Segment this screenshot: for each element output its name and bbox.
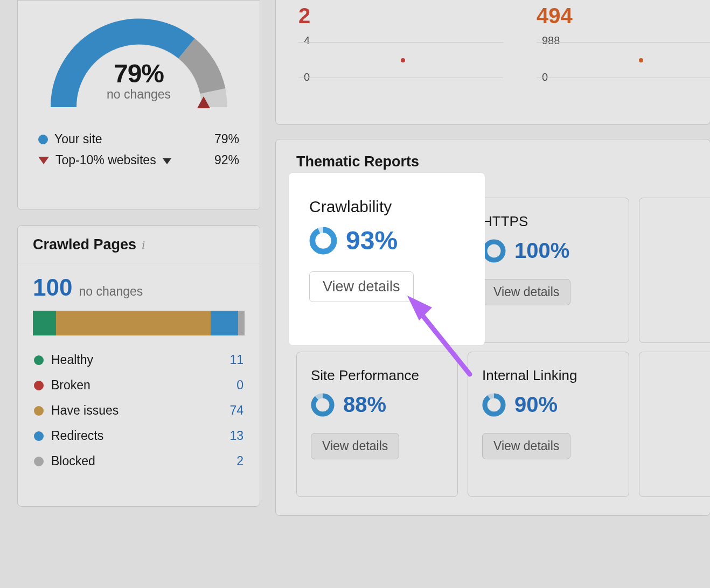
bar-seg-blocked — [238, 311, 245, 335]
report-title: HTTPS — [482, 213, 615, 230]
svg-point-5 — [314, 396, 332, 414]
errors-warnings-card: Errors i 2 4 0 Warnings i 494 988 0 — [275, 0, 710, 125]
warnings-stat[interactable]: Warnings i 494 988 0 — [537, 0, 710, 89]
dot-icon — [38, 135, 48, 144]
crawled-pages-title: Crawled Pages — [33, 236, 136, 253]
list-item[interactable]: Healthy 11 — [33, 347, 245, 373]
crawled-total[interactable]: 100 — [33, 274, 72, 301]
list-item[interactable]: Broken 0 — [33, 373, 245, 398]
bar-seg-issues — [56, 311, 211, 335]
report-title: Internal Linking — [482, 367, 615, 384]
crawled-stacked-bar[interactable] — [33, 311, 245, 335]
svg-point-7 — [485, 396, 503, 414]
donut-icon — [311, 393, 335, 417]
view-details-button[interactable]: View details — [311, 433, 399, 459]
triangle-down-icon — [38, 157, 49, 164]
svg-point-3 — [485, 242, 503, 260]
donut-icon — [309, 227, 337, 255]
crawled-breakdown-list: Healthy 11 Broken 0 Have issues 74 Redir… — [33, 347, 245, 474]
report-crawlability: Crawlability 93% View details — [289, 173, 485, 345]
site-health-score: 79% — [47, 59, 231, 88]
bar-seg-healthy — [33, 311, 56, 335]
report-title: Site Performance — [311, 367, 443, 384]
svg-point-2 — [312, 229, 334, 251]
list-item[interactable]: Redirects 13 — [33, 423, 245, 449]
info-icon[interactable]: i — [142, 238, 145, 252]
report-score: 93% — [346, 226, 398, 255]
report-score: 100% — [514, 239, 569, 263]
site-health-gauge: 79% no changes — [47, 16, 231, 113]
spark-dot — [639, 58, 643, 62]
dot-icon — [34, 355, 44, 365]
report-score: 88% — [343, 393, 386, 417]
donut-icon — [482, 239, 506, 263]
info-icon[interactable]: i — [338, 0, 341, 1]
list-item[interactable]: Blocked 2 — [33, 449, 245, 474]
view-details-button[interactable]: View details — [482, 433, 570, 459]
legend-top10-dropdown[interactable]: Top-10% websites 92% — [33, 150, 245, 171]
view-details-button[interactable]: View details — [482, 279, 570, 305]
warnings-sparkline: 988 0 — [537, 36, 710, 89]
errors-stat[interactable]: Errors i 2 4 0 — [298, 0, 514, 89]
thematic-reports-title: Thematic Reports — [276, 139, 710, 172]
spark-dot — [401, 58, 405, 62]
report-placeholder — [639, 198, 710, 343]
dot-icon — [34, 457, 44, 466]
warnings-title: Warnings — [537, 0, 588, 1]
site-health-sub: no changes — [47, 87, 231, 102]
chevron-down-icon — [163, 158, 171, 164]
dot-icon — [34, 431, 44, 441]
dot-icon — [34, 381, 44, 390]
errors-value: 2 — [298, 4, 514, 28]
view-details-button[interactable]: View details — [309, 271, 414, 302]
warnings-value: 494 — [537, 4, 710, 28]
errors-sparkline: 4 0 — [298, 36, 503, 89]
report-internal-linking: Internal Linking 90% View details — [468, 352, 629, 497]
bar-seg-redirects — [211, 311, 238, 335]
errors-title: Errors — [298, 0, 332, 1]
crawled-pages-card: Crawled Pages i 100 no changes Healthy 1… — [17, 225, 260, 507]
crawled-sub: no changes — [79, 284, 143, 299]
report-https: HTTPS 100% View details — [468, 198, 629, 343]
report-title: Crawlability — [309, 198, 464, 216]
report-score: 90% — [514, 393, 558, 417]
site-health-card: 79% no changes Your site 79% Top-10% web… — [17, 0, 260, 210]
legend-your-site[interactable]: Your site 79% — [33, 129, 245, 150]
donut-icon — [482, 393, 506, 417]
list-item[interactable]: Have issues 74 — [33, 398, 245, 423]
thematic-reports-card: Thematic Reports Crawlability 93% View d… — [275, 139, 710, 516]
report-site-performance: Site Performance 88% View details — [296, 352, 458, 497]
dot-icon — [34, 406, 44, 416]
report-placeholder — [639, 352, 710, 497]
info-icon[interactable]: i — [594, 0, 597, 1]
